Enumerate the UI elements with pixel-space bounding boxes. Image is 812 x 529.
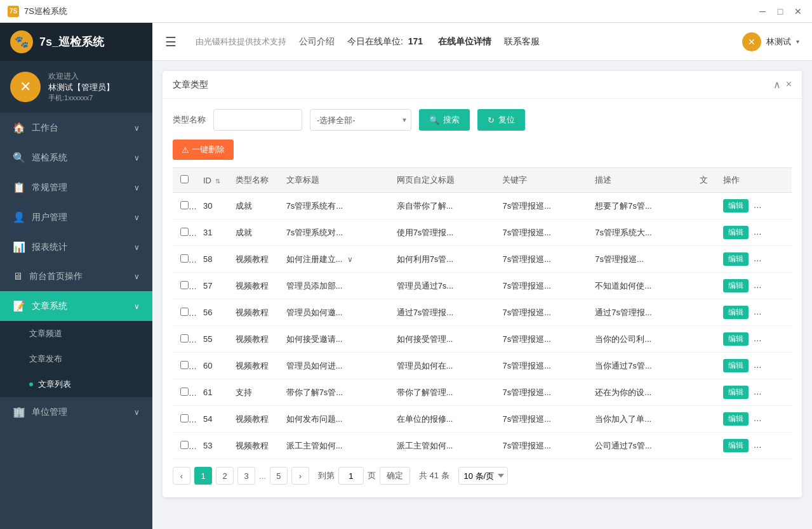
row-keyword-cell: 7s管理报巡... [495, 379, 587, 406]
row-desc-cell: 公司通过7s管... [587, 433, 692, 459]
prev-page-button[interactable]: ‹ [173, 467, 190, 485]
table-row: 58 视频教程 如何注册建立... ∨ 如何利用7s管... 7s管理报巡...… [173, 246, 792, 273]
user-icon: 👤 [13, 211, 25, 223]
inspection-icon: 🔍 [13, 152, 25, 164]
row-wen-cell [692, 353, 715, 379]
reset-button[interactable]: ↻ 复位 [477, 109, 525, 131]
topbar-username[interactable]: 林测试 [766, 36, 791, 48]
row-checkbox[interactable] [180, 361, 189, 369]
status-badge[interactable]: 未置顶 [754, 279, 787, 292]
maximize-button[interactable]: □ [774, 5, 787, 18]
minimize-button[interactable]: ─ [756, 5, 769, 18]
delete-all-button[interactable]: ⚠ 一键删除 [173, 140, 234, 160]
close-button[interactable]: ✕ [792, 5, 804, 18]
table-row: 53 视频教程 派工主管如何... 派工主管如何... 7s管理报巡... 公司… [173, 433, 792, 459]
status-badge[interactable]: 未置顶 [754, 306, 787, 319]
page-button-2[interactable]: 2 [216, 467, 234, 485]
row-type-name-cell: 成就 [228, 219, 279, 246]
chevron-down-icon: ∨ [134, 243, 140, 252]
row-op-cell: 编辑 已置顶 [715, 219, 792, 246]
status-badge[interactable]: 未置顶 [754, 412, 787, 426]
row-checkbox[interactable] [180, 414, 189, 422]
row-keyword-cell: 7s管理报巡... [495, 246, 587, 273]
per-page-select[interactable]: 10 条/页 20 条/页 50 条/页 [458, 467, 508, 485]
page-button-3[interactable]: 3 [237, 467, 255, 485]
menu-toggle-icon[interactable]: ☰ [165, 34, 176, 49]
sidebar-item-article[interactable]: 📝 文章系统 ∨ [0, 291, 152, 321]
type-name-input[interactable] [213, 109, 302, 131]
user-dropdown-icon[interactable]: ▾ [796, 38, 799, 45]
row-type-name-cell: 视频教程 [228, 273, 279, 299]
row-desc-cell: 7s管理系统大... [587, 219, 692, 246]
goto-input[interactable] [338, 467, 364, 485]
sidebar-nav: 🏠 工作台 ∨ 🔍 巡检系统 ∨ 📋 常规管理 ∨ [0, 113, 152, 529]
row-wen-cell [692, 406, 715, 433]
row-custom-title-cell: 使用7s管理报... [389, 219, 495, 246]
sidebar-item-regular[interactable]: 📋 常规管理 ∨ [0, 173, 152, 202]
row-keyword-cell: 7s管理报巡... [495, 193, 587, 219]
sort-icon[interactable]: ⇅ [215, 178, 220, 185]
main-panel: 文章类型 ∧ × 类型名称 -选择全部- 成就 [163, 71, 802, 497]
th-id: ID ⇅ [196, 168, 228, 193]
sidebar-item-article-list[interactable]: 文章列表 [0, 372, 152, 397]
edit-button[interactable]: 编辑 [723, 332, 749, 346]
titlebar-controls[interactable]: ─ □ ✕ [756, 5, 804, 18]
row-checkbox[interactable] [180, 388, 189, 396]
row-op-cell: 编辑 未置顶 [715, 326, 792, 353]
online-detail-link[interactable]: 在线单位详情 [438, 36, 491, 48]
sidebar-item-article-publish[interactable]: 文章发布 [0, 346, 152, 372]
row-checkbox[interactable] [180, 308, 189, 316]
th-wen: 文 [692, 168, 715, 193]
row-id-cell: 53 [196, 433, 228, 459]
status-badge[interactable]: 已置顶 [754, 226, 787, 239]
status-badge[interactable]: 未置顶 [754, 386, 787, 399]
sidebar-item-inspection[interactable]: 🔍 巡检系统 ∨ [0, 143, 152, 173]
status-badge[interactable]: 未置顶 [754, 332, 787, 346]
edit-button[interactable]: 编辑 [723, 199, 749, 212]
sidebar-item-workbench[interactable]: 🏠 工作台 ∨ [0, 113, 152, 143]
page-button-1[interactable]: 1 [194, 467, 212, 485]
next-page-button[interactable]: › [291, 467, 309, 485]
edit-button[interactable]: 编辑 [723, 279, 749, 292]
status-badge[interactable]: 已置顶 [754, 199, 787, 212]
edit-button[interactable]: 编辑 [723, 439, 749, 452]
titlebar-left: 7S 7S巡检系统 [8, 6, 67, 17]
row-check-cell [173, 246, 196, 273]
row-checkbox[interactable] [180, 228, 189, 236]
row-type-name-cell: 视频教程 [228, 433, 279, 459]
user-avatar: ✕ [10, 72, 41, 102]
dropdown-icon[interactable]: ∨ [347, 255, 353, 264]
edit-button[interactable]: 编辑 [723, 226, 749, 239]
search-button[interactable]: 🔍 搜索 [419, 109, 470, 131]
status-badge[interactable]: 未置顶 [754, 359, 787, 372]
sidebar-item-article-channel[interactable]: 文章频道 [0, 321, 152, 346]
edit-button[interactable]: 编辑 [723, 412, 749, 426]
collapse-panel-button[interactable]: ∧ [773, 79, 781, 91]
close-panel-button[interactable]: × [786, 79, 792, 91]
row-checkbox[interactable] [180, 441, 189, 449]
company-intro-link[interactable]: 公司介绍 [299, 36, 335, 48]
status-badge[interactable]: 未置顶 [754, 439, 787, 452]
sidebar-item-user[interactable]: 👤 用户管理 ∨ [0, 202, 152, 232]
sidebar-item-frontend[interactable]: 🖥 前台首页操作 ∨ [0, 262, 152, 291]
row-checkbox[interactable] [180, 254, 189, 263]
type-select[interactable]: -选择全部- 成就 视频教程 支持 [310, 109, 411, 131]
status-badge[interactable]: 未置顶 [754, 252, 787, 266]
edit-button[interactable]: 编辑 [723, 359, 749, 372]
sidebar-item-report[interactable]: 📊 报表统计 ∨ [0, 232, 152, 262]
row-check-cell [173, 193, 196, 219]
row-op-cell: 编辑 未置顶 [715, 246, 792, 273]
sidebar-item-unit[interactable]: 🏢 单位管理 ∨ [0, 397, 152, 427]
edit-button[interactable]: 编辑 [723, 306, 749, 319]
select-all-checkbox[interactable] [180, 175, 189, 183]
row-checkbox[interactable] [180, 334, 189, 343]
titlebar-title: 7S巡检系统 [24, 6, 67, 17]
row-checkbox[interactable] [180, 281, 189, 289]
goto-confirm-button[interactable]: 确定 [380, 467, 410, 485]
app-icon: 7S [8, 6, 19, 17]
edit-button[interactable]: 编辑 [723, 386, 749, 399]
contact-service-link[interactable]: 联系客服 [504, 36, 540, 48]
edit-button[interactable]: 编辑 [723, 252, 749, 266]
row-checkbox[interactable] [180, 201, 189, 209]
page-button-5[interactable]: 5 [270, 467, 288, 485]
